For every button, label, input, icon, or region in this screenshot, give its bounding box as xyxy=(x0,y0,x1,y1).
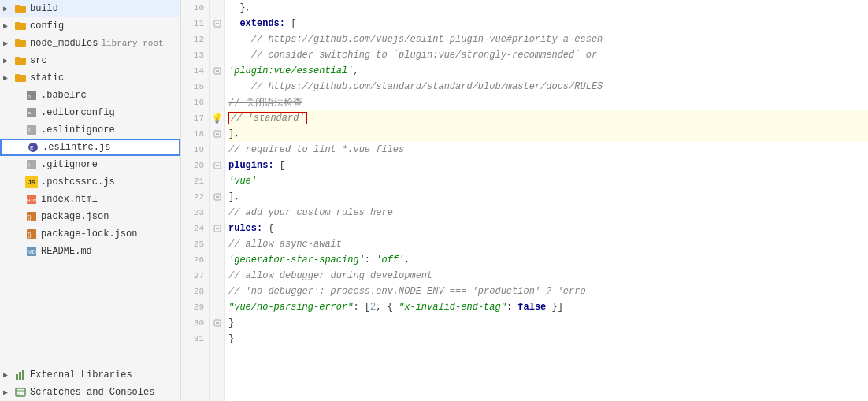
sidebar-item-label-config: config xyxy=(30,20,64,32)
sidebar-item-scratches[interactable]: ▶>_Scratches and Consoles xyxy=(0,384,180,401)
sidebar-item-label-ext-libraries: External Libraries xyxy=(30,369,132,381)
code-line: ], xyxy=(228,126,868,142)
sidebar-item-label-packagejson: package.json xyxy=(41,211,109,222)
svg-text:HTML: HTML xyxy=(27,198,37,202)
sidebar-item-static[interactable]: ▶static xyxy=(0,69,180,87)
gutter-cell[interactable] xyxy=(210,189,224,205)
sidebar-item-label-eslintrc: .eslintrc.js xyxy=(43,142,110,153)
svg-rect-5 xyxy=(15,39,20,42)
code-area: 1011121314151617181920212223242526272829… xyxy=(181,0,868,401)
gutter-cell xyxy=(210,331,224,347)
sidebar-item-node_modules[interactable]: ▶node_moduleslibrary root xyxy=(0,35,180,52)
line-number: 10 xyxy=(181,0,209,16)
sidebar-item-label-eslintignore: .eslintignore xyxy=(41,124,115,136)
arrow-icon: ▶ xyxy=(3,39,14,48)
line-number: 21 xyxy=(181,173,209,189)
gutter-cell[interactable] xyxy=(210,158,224,173)
console-icon: >_ xyxy=(14,386,27,399)
gutter-cell[interactable] xyxy=(210,315,224,331)
arrow-icon: ▶ xyxy=(3,73,14,83)
sidebar-item-eslintignore[interactable]: !.eslintignore xyxy=(0,121,180,139)
gutter-cell[interactable]: 💡 xyxy=(210,110,224,126)
line-number: 22 xyxy=(181,189,209,205)
sidebar-item-build[interactable]: ▶build xyxy=(0,0,180,17)
line-number: 12 xyxy=(181,32,209,47)
code-line: // https://github.com/standard/standard/… xyxy=(228,79,868,95)
line-number: 23 xyxy=(181,205,209,221)
line-number: 15 xyxy=(181,79,209,95)
code-line: } xyxy=(228,331,868,347)
folder-icon xyxy=(14,72,27,84)
gutter-cell xyxy=(210,32,224,47)
sidebar-item-packagejson[interactable]: {}package.json xyxy=(0,208,180,225)
line-number: 11 xyxy=(181,16,209,32)
line-number: 31 xyxy=(181,331,209,347)
sidebar-item-readme[interactable]: MDREADME.md xyxy=(0,243,180,260)
md-icon: MD xyxy=(25,245,38,258)
code-line: // allow debugger during development xyxy=(228,268,868,284)
sidebar-item-label-gitignore: .gitignore xyxy=(41,159,98,170)
line-number: 26 xyxy=(181,252,209,268)
code-lines: }, extends: [ // https://github.com/vuej… xyxy=(225,0,868,401)
line-numbers: 1011121314151617181920212223242526272829… xyxy=(181,0,210,401)
code-line: 'plugin:vue/essential', xyxy=(228,63,868,79)
sidebar-item-editorconfig[interactable]: ≡.editorconfig xyxy=(0,104,180,121)
gutter-cell xyxy=(210,268,224,284)
gutter-cell xyxy=(210,95,224,110)
gutter-cell[interactable] xyxy=(210,221,224,236)
sidebar-item-label-babelrc: .babelrc xyxy=(41,90,87,101)
svg-text:{}: {} xyxy=(28,232,32,238)
folder-icon xyxy=(14,37,27,50)
sidebar-item-indexhtml[interactable]: HTMLindex.html xyxy=(0,191,180,208)
svg-text:E: E xyxy=(30,145,34,150)
ignore-icon: ! xyxy=(25,124,38,136)
editorconfig-icon: ≡ xyxy=(25,106,38,119)
barchart-icon xyxy=(14,369,27,381)
gutter-cell xyxy=(210,205,224,221)
sidebar-item-label-indexhtml: index.html xyxy=(41,194,98,205)
svg-rect-28 xyxy=(16,374,18,380)
gutter-cell[interactable] xyxy=(210,63,224,79)
svg-text:≡: ≡ xyxy=(28,110,31,116)
sidebar-item-label-editorconfig: .editorconfig xyxy=(41,107,115,118)
sidebar-item-postcssrc[interactable]: JS.postcssrc.js xyxy=(0,173,180,191)
arrow-icon: ▶ xyxy=(3,21,14,31)
gutter-cell xyxy=(210,284,224,299)
code-line: "vue/no-parsing-error": [2, { "x-invalid… xyxy=(228,299,868,315)
code-line: // consider switching to `plugin:vue/str… xyxy=(228,47,868,63)
gutter-cell[interactable] xyxy=(210,16,224,32)
sidebar-item-label-packagelock: package-lock.json xyxy=(41,228,137,239)
line-number: 17 xyxy=(181,110,209,126)
sidebar-item-babelrc[interactable]: B.babelrc xyxy=(0,87,180,104)
line-number: 28 xyxy=(181,284,209,299)
svg-rect-30 xyxy=(22,370,24,380)
sidebar-item-src[interactable]: ▶src xyxy=(0,52,180,69)
code-line: plugins: [ xyxy=(228,158,868,173)
line-number: 24 xyxy=(181,221,209,236)
line-number: 29 xyxy=(181,299,209,315)
sidebar-item-gitignore[interactable]: !.gitignore xyxy=(0,156,180,173)
sidebar-item-eslintrc[interactable]: E.eslintrc.js xyxy=(0,139,180,156)
code-line: // add your custom rules here xyxy=(228,205,868,221)
code-line: 'vue' xyxy=(228,173,868,189)
code-line: // 'no-debugger': process.env.NODE_ENV =… xyxy=(228,284,868,299)
sidebar-item-config[interactable]: ▶config xyxy=(0,17,180,35)
gutter: 💡 xyxy=(210,0,225,401)
arrow-icon: ▶ xyxy=(3,56,14,65)
svg-rect-9 xyxy=(15,74,20,76)
code-line: // required to lint *.vue files xyxy=(228,142,868,158)
svg-rect-29 xyxy=(19,372,21,380)
gutter-cell xyxy=(210,0,224,16)
sidebar-bottom: ▶External Libraries▶>_Scratches and Cons… xyxy=(0,366,180,401)
code-line: }, xyxy=(228,0,868,16)
babelrc-icon: B xyxy=(25,89,38,102)
svg-text:MD: MD xyxy=(28,249,36,254)
sidebar-item-packagelock[interactable]: {}package-lock.json xyxy=(0,225,180,243)
gutter-cell xyxy=(210,173,224,189)
sidebar-item-ext-libraries[interactable]: ▶External Libraries xyxy=(0,366,180,384)
eslint-icon: E xyxy=(27,141,39,154)
gutter-cell[interactable] xyxy=(210,126,224,142)
sidebar-item-label-src: src xyxy=(30,55,47,66)
svg-rect-1 xyxy=(15,5,20,7)
sidebar-item-label-static: static xyxy=(30,72,64,84)
